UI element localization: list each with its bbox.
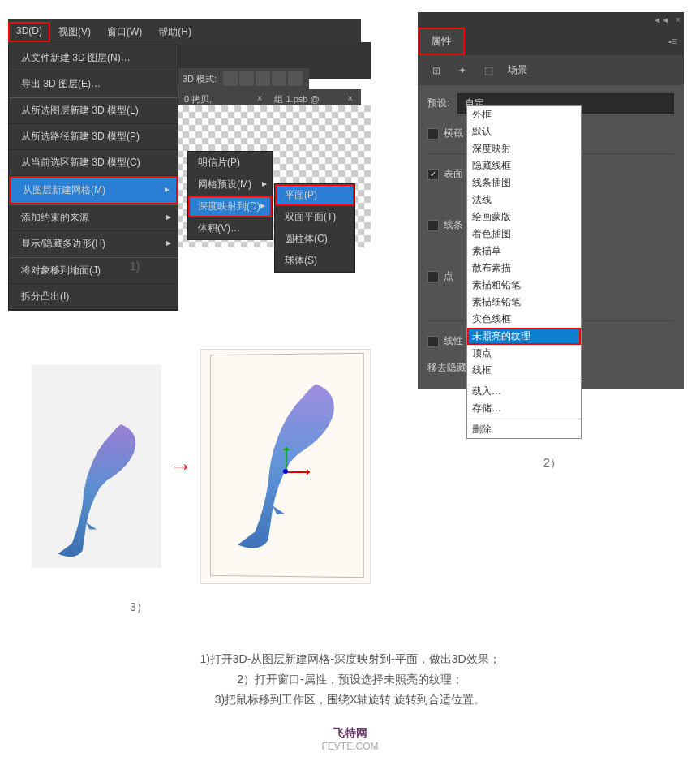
menu-export-3d-layer[interactable]: 导出 3D 图层(E)… [9, 71, 178, 97]
y-axis-icon [286, 447, 287, 471]
dropdown-separator [467, 419, 581, 419]
dolphin-before [32, 365, 161, 568]
arrow-right-icon: → [170, 454, 192, 479]
doc-tab-close[interactable]: × [257, 93, 262, 115]
dolphin-after-3d [200, 349, 371, 584]
properties-tab-bar: 属性 ▪≡ [418, 28, 684, 55]
depth-submenu: 平面(P) 双面平面(T) 圆柱体(C) 球体(S) [274, 183, 355, 273]
preset-option-vertices[interactable]: 顶点 [467, 345, 581, 362]
3d-mode-label: 3D 模式: [183, 73, 217, 85]
submenu-depth-map-to[interactable]: 深度映射到(D) [188, 196, 272, 217]
preset-option-depth-map[interactable]: 深度映射 [467, 140, 581, 157]
linear-checkbox[interactable] [427, 336, 439, 347]
caption-1: 1) [130, 260, 140, 273]
submenu-sphere[interactable]: 球体(S) [275, 250, 354, 272]
tool-icon[interactable] [256, 71, 270, 86]
menu-show-hide-polygons[interactable]: 显示/隐藏多边形(H) [9, 231, 178, 257]
preset-option-outline[interactable]: 外框 [467, 106, 581, 123]
panel-1-menu-screenshot: 3D 模式: 0 拷贝, RGB/… × 组 1.psb @ 7… × 3D(D… [8, 19, 361, 311]
menu-new-3d-layer-from-file[interactable]: 从文件新建 3D 图层(N)… [9, 45, 178, 71]
close-panel-icon[interactable]: × [676, 15, 681, 24]
preset-option-sketch-thick-pencil[interactable]: 素描粗铅笔 [467, 277, 581, 294]
tool-icon[interactable] [223, 71, 238, 86]
instruction-line-2: 2）打开窗口-属性，预设选择未照亮的纹理； [0, 669, 700, 690]
menu-new-3d-from-path[interactable]: 从所选路径新建 3D 模型(P) [9, 124, 178, 150]
coords-icon[interactable]: ⊞ [430, 64, 443, 77]
dropdown-separator [467, 381, 581, 381]
surface-label: 表面 [444, 167, 463, 181]
menu-move-to-ground[interactable]: 将对象移到地面(J) [9, 257, 178, 284]
menu-new-mesh-from-layer[interactable]: 从图层新建网格(M) [9, 176, 178, 204]
collapse-icon[interactable]: ◄◄ [653, 15, 669, 24]
instructions-text: 1)打开3D-从图层新建网格-深度映射到-平面，做出3D效果； 2）打开窗口-属… [0, 649, 700, 711]
properties-tab[interactable]: 属性 [418, 28, 465, 55]
preset-option-shaded-illustration[interactable]: 着色插图 [467, 226, 581, 243]
mesh-icon[interactable]: ✦ [456, 64, 469, 77]
lines-label: 线条 [444, 218, 463, 232]
preset-dropdown-list: 外框 默认 深度映射 隐藏线框 线条插图 法线 绘画蒙版 着色插图 素描草 散布… [466, 105, 582, 439]
menu-new-3d-from-layer[interactable]: 从所选图层新建 3D 模型(L) [9, 97, 178, 124]
doc-tab-close[interactable]: × [348, 93, 353, 115]
menu-split-extrusion[interactable]: 拆分凸出(I) [9, 284, 178, 310]
caption-3: 3） [130, 600, 148, 615]
horizontal-checkbox[interactable] [427, 128, 439, 140]
surface-checkbox[interactable] [427, 169, 439, 180]
preset-option-normals[interactable]: 法线 [467, 191, 581, 209]
tool-icon[interactable] [288, 71, 303, 86]
tool-icon[interactable] [239, 71, 254, 86]
preset-option-paint-mask[interactable]: 绘画蒙版 [467, 209, 581, 226]
3d-mode-toolbar: 3D 模式: [176, 68, 309, 89]
submenu-mesh-preset[interactable]: 网格预设(M) [188, 174, 272, 196]
document-tabs: 0 拷贝, RGB/… × 组 1.psb @ 7… × [176, 89, 361, 120]
watermark-url: FEVTE.COM [0, 741, 700, 752]
scene-label: 场景 [508, 63, 527, 77]
mesh-submenu: 明信片(P) 网格预设(M) 深度映射到(D) 体积(V)… [187, 151, 273, 240]
horizontal-label: 横截 [444, 127, 463, 140]
watermark-logo: 飞特网 [0, 726, 700, 741]
menu-help[interactable]: 帮助(H) [150, 22, 200, 42]
submenu-cylinder[interactable]: 圆柱体(C) [275, 228, 354, 250]
preset-option-scatter-sketch[interactable]: 散布素描 [467, 260, 581, 277]
dolphin-icon [32, 414, 161, 568]
panel-3-dolphin-comparison: → [6, 349, 396, 584]
panel-window-controls: ◄◄ × [418, 12, 684, 28]
3d-dropdown-menu: 从文件新建 3D 图层(N)… 导出 3D 图层(E)… 从所选图层新建 3D … [8, 45, 178, 311]
menu-add-constraint-source[interactable]: 添加约束的来源 [9, 204, 178, 231]
points-checkbox[interactable] [427, 271, 439, 282]
menu-new-3d-from-selection[interactable]: 从当前选区新建 3D 模型(C) [9, 150, 178, 176]
preset-option-unlit-texture[interactable]: 未照亮的纹理 [467, 328, 581, 345]
tool-icon[interactable] [272, 71, 286, 86]
tab-spacer: ▪≡ [465, 28, 684, 55]
preset-option-sketch-grass[interactable]: 素描草 [467, 243, 581, 260]
deform-icon[interactable]: ⬚ [482, 64, 495, 77]
properties-toolbar: ⊞ ✦ ⬚ 场景 [418, 55, 684, 85]
preset-option-load[interactable]: 载入… [467, 383, 581, 400]
menu-view[interactable]: 视图(V) [50, 22, 99, 42]
submenu-two-sided-plane[interactable]: 双面平面(T) [275, 206, 354, 228]
doc-tab-2[interactable]: 组 1.psb @ 7… [274, 93, 335, 115]
preset-option-delete[interactable]: 删除 [467, 421, 581, 438]
submenu-plane[interactable]: 平面(P) [275, 184, 354, 206]
menu-3d[interactable]: 3D(D) [8, 22, 50, 42]
preset-option-save[interactable]: 存储… [467, 400, 581, 417]
remove-hidden-label: 移去隐藏 [427, 361, 466, 375]
doc-tab-1[interactable]: 0 拷贝, RGB/… [184, 93, 245, 115]
toolbar-background [176, 42, 371, 79]
preset-option-default[interactable]: 默认 [467, 123, 581, 140]
lines-checkbox[interactable] [427, 220, 439, 231]
submenu-postcard[interactable]: 明信片(P) [188, 152, 272, 174]
preset-option-wireframe[interactable]: 线框 [467, 362, 581, 379]
watermark: 飞特网 FEVTE.COM [0, 726, 700, 752]
preset-option-hidden-wireframe[interactable]: 隐藏线框 [467, 157, 581, 174]
preset-option-sketch-thin-pencil[interactable]: 素描细铅笔 [467, 294, 581, 311]
x-axis-icon [286, 471, 310, 473]
preset-option-solid-wireframe[interactable]: 实色线框 [467, 311, 581, 328]
linear-label: 线性 [444, 334, 463, 348]
caption-2: 2） [543, 456, 561, 471]
preset-option-line-illustration[interactable]: 线条插图 [467, 174, 581, 191]
panel-menu-icon[interactable]: ▪≡ [668, 36, 677, 47]
submenu-volume[interactable]: 体积(V)… [188, 217, 272, 239]
instruction-line-1: 1)打开3D-从图层新建网格-深度映射到-平面，做出3D效果； [0, 649, 700, 669]
instruction-line-3: 3)把鼠标移到工作区，围绕X轴旋转,旋转到合适位置。 [0, 690, 700, 710]
menu-window[interactable]: 窗口(W) [99, 22, 150, 42]
